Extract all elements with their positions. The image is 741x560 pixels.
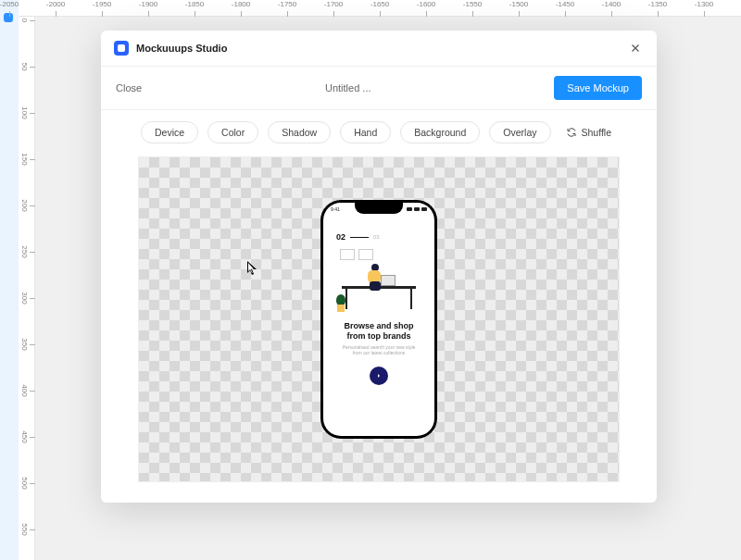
ruler-vertical: 050100150200250300350400450500550 (19, 17, 35, 560)
person-icon (364, 264, 384, 292)
page-current: 02 (336, 232, 345, 242)
battery-icon (421, 207, 427, 211)
page-total: 03 (373, 234, 380, 240)
option-tabs: DeviceColorShadowHandBackgroundOverlaySh… (101, 110, 657, 153)
subline-line2: from our latest collections (353, 350, 406, 355)
next-button[interactable] (370, 367, 388, 385)
shuffle-button[interactable]: Shuffle (560, 122, 618, 143)
transparency-background: 9:41 02 03 (138, 156, 620, 482)
tab-device[interactable]: Device (141, 121, 198, 143)
preview-area: 9:41 02 03 (101, 153, 657, 503)
illustration (336, 247, 421, 312)
picture-frame-icon (340, 249, 355, 260)
tab-hand[interactable]: Hand (340, 121, 391, 143)
save-mockup-button[interactable]: Save Mockup (554, 76, 642, 100)
headline: Browse and shop from top brands (344, 321, 413, 342)
app-screen-content: 02 03 (323, 221, 434, 436)
status-time: 9:41 (331, 206, 340, 212)
status-bar: 9:41 (331, 206, 427, 212)
mockup-modal: Mockuuups Studio Close Untitled ... Save… (101, 31, 657, 503)
page-indicator: 02 03 (336, 232, 380, 242)
tab-color[interactable]: Color (207, 121, 258, 143)
arrow-right-icon (375, 372, 383, 380)
picture-frame-icon (358, 249, 373, 260)
app-icon (114, 41, 129, 56)
plant-icon (336, 295, 345, 312)
tab-overlay[interactable]: Overlay (489, 121, 550, 143)
headline-line2: from top brands (346, 331, 410, 341)
modal-header: Mockuuups Studio (101, 31, 657, 67)
ruler-horizontal: -2050-2000-1950-1900-1850-1800-1750-1700… (19, 0, 741, 17)
shuffle-icon (566, 127, 577, 138)
close-button[interactable]: Close (116, 82, 142, 93)
signal-icon (407, 207, 412, 211)
app-title: Mockuuups Studio (136, 43, 227, 54)
subheadline: Personalised search your new style from … (343, 344, 416, 355)
close-icon[interactable] (627, 40, 644, 56)
phone-screen: 9:41 02 03 (323, 203, 434, 436)
document-title: Untitled ... (142, 82, 554, 93)
desk-leg-icon (345, 289, 347, 309)
desk-leg-icon (410, 289, 412, 309)
wifi-icon (414, 207, 420, 211)
phone-mockup: 9:41 02 03 (320, 200, 437, 439)
tab-shadow[interactable]: Shadow (268, 121, 331, 143)
headline-line1: Browse and shop (344, 321, 413, 330)
modal-subheader: Close Untitled ... Save Mockup (101, 67, 657, 110)
left-info-panel (0, 0, 19, 560)
page-line-icon (350, 237, 369, 238)
tab-background[interactable]: Background (400, 121, 480, 143)
